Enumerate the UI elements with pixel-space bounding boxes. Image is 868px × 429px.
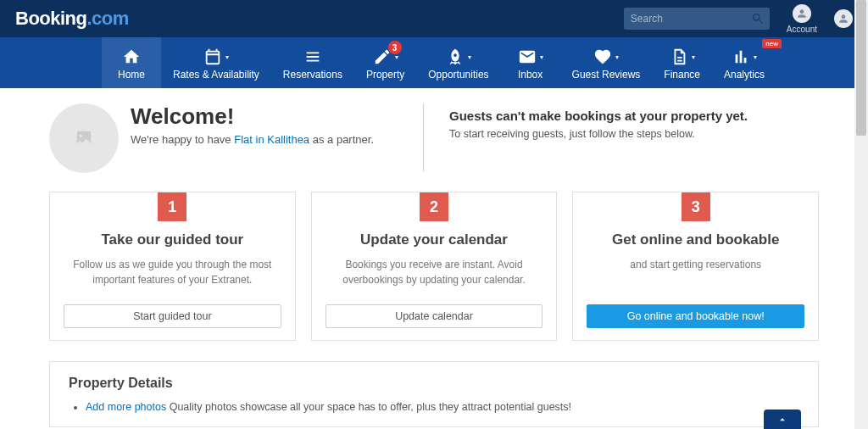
list-icon — [303, 47, 322, 67]
nav-finance[interactable]: ▾ Finance — [652, 37, 712, 88]
detail-item-text: Quality photos showcase all your space h… — [166, 401, 571, 413]
nav-rates-availability[interactable]: ▾ Rates & Availability — [161, 37, 271, 88]
step-card-3: 3 Get online and bookable and start gett… — [572, 192, 819, 341]
brand-logo[interactable]: Booking.com — [15, 8, 129, 30]
user-icon — [793, 4, 811, 23]
calendar-icon: ▾ — [203, 47, 229, 67]
step-card-1: 1 Take our guided tour Follow us as we g… — [49, 192, 296, 341]
nav-analytics[interactable]: new ▾ Analytics — [712, 37, 776, 88]
status-subtitle: To start receiving guests, just follow t… — [449, 128, 819, 140]
main-nav: Home ▾ Rates & Availability Reservations… — [0, 37, 868, 88]
welcome-subtitle: We're happy to have Flat in Kallithea as… — [131, 133, 374, 146]
welcome-sub-suffix: as a partner. — [309, 133, 374, 146]
nav-guest-reviews[interactable]: ▾ Guest Reviews — [560, 37, 653, 88]
home-icon — [122, 47, 141, 67]
brand-suffix: .com — [87, 8, 129, 29]
step-desc: and start getting reservations — [587, 257, 804, 287]
nav-label: Analytics — [724, 69, 765, 81]
welcome-sub-prefix: We're happy to have — [131, 133, 234, 146]
welcome-title: Welcome! — [131, 103, 374, 130]
nav-reservations[interactable]: Reservations — [271, 37, 354, 88]
new-badge: new — [762, 39, 782, 48]
search-icon[interactable] — [751, 12, 765, 25]
property-link[interactable]: Flat in Kallithea — [234, 133, 309, 146]
account-label: Account — [787, 25, 817, 34]
step-number: 3 — [682, 192, 710, 221]
search-container — [624, 8, 770, 30]
nav-label: Property — [366, 69, 404, 81]
heart-icon: ▾ — [593, 47, 619, 67]
step-title: Take our guided tour — [64, 231, 281, 248]
step-card-2: 2 Update your calendar Bookings you rece… — [311, 192, 558, 341]
nav-label: Opportunities — [428, 69, 488, 81]
brand-main: Booking — [15, 8, 87, 29]
step-number: 1 — [158, 192, 186, 221]
add-photos-link[interactable]: Add more photos — [86, 401, 166, 413]
account-menu[interactable]: Account — [787, 4, 817, 34]
nav-label: Reservations — [283, 69, 342, 81]
nav-property[interactable]: 3 ▾ Property — [354, 37, 416, 88]
chevron-up-icon — [776, 414, 788, 426]
step-desc: Bookings you receive are instant. Avoid … — [326, 257, 543, 287]
property-image-placeholder — [49, 103, 119, 173]
scrollbar-thumb[interactable] — [856, 0, 866, 136]
step-number: 2 — [420, 192, 448, 221]
list-item: Add more photos Quality photos showcase … — [86, 401, 799, 413]
nav-label: Guest Reviews — [572, 69, 641, 81]
nav-label: Inbox — [518, 69, 542, 81]
nav-inbox[interactable]: ▾ Inbox — [501, 37, 560, 88]
scrollbar[interactable] — [854, 0, 868, 429]
step-title: Get online and bookable — [587, 231, 804, 248]
nav-label: Rates & Availability — [173, 69, 259, 81]
go-online-button[interactable]: Go online and bookable now! — [587, 304, 804, 328]
property-details-title: Property Details — [69, 376, 799, 391]
search-input[interactable] — [624, 8, 770, 30]
step-desc: Follow us as we guide you through the mo… — [64, 257, 281, 287]
rocket-icon: ▾ — [446, 47, 471, 67]
step-title: Update your calendar — [326, 231, 543, 248]
status-title: Guests can't make bookings at your prope… — [449, 109, 819, 123]
start-guided-tour-button[interactable]: Start guided tour — [64, 304, 281, 328]
secondary-user-icon[interactable] — [834, 9, 853, 28]
envelope-icon: ▾ — [518, 47, 543, 67]
chart-icon: ▾ — [732, 47, 757, 67]
document-icon: ▾ — [670, 47, 695, 67]
property-details-card: Property Details Add more photos Quality… — [49, 361, 819, 427]
nav-label: Home — [118, 69, 145, 81]
nav-home[interactable]: Home — [102, 37, 161, 88]
update-calendar-button[interactable]: Update calendar — [326, 304, 543, 328]
nav-opportunities[interactable]: ▾ Opportunities — [416, 37, 500, 88]
nav-label: Finance — [664, 69, 700, 81]
back-to-top-button[interactable] — [764, 410, 801, 429]
